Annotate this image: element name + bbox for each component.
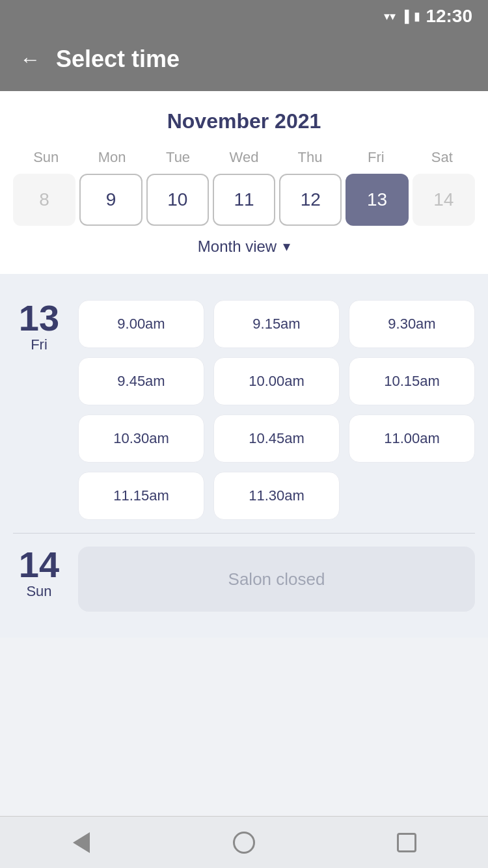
- chevron-down-icon: ▾: [283, 238, 290, 255]
- month-view-label: Month view: [198, 237, 277, 256]
- salon-closed-banner: Salon closed: [78, 547, 475, 612]
- header: ← Select time: [0, 33, 488, 91]
- recents-nav-icon: [397, 833, 416, 852]
- weekday-thu: Thu: [277, 149, 343, 166]
- weekday-mon: Mon: [79, 149, 144, 166]
- month-year-title: November 2021: [13, 109, 475, 133]
- time-slot-915[interactable]: 9.15am: [213, 300, 340, 348]
- day-block-14: 14 Sun Salon closed: [13, 534, 475, 625]
- day-label-13: 13 Fri: [13, 300, 65, 520]
- home-nav-button[interactable]: [224, 823, 264, 862]
- time-slot-1115[interactable]: 11.15am: [78, 472, 204, 520]
- recents-nav-button[interactable]: [387, 823, 426, 862]
- back-nav-button[interactable]: [62, 823, 101, 862]
- time-slot-945[interactable]: 9.45am: [78, 357, 204, 405]
- status-bar: ▾▾ ▐ ▮ 12:30: [0, 0, 488, 33]
- status-time: 12:30: [426, 6, 472, 27]
- weekday-sun: Sun: [13, 149, 79, 166]
- day-name-13: Fri: [31, 336, 47, 353]
- time-slot-1030[interactable]: 10.30am: [78, 414, 204, 463]
- calendar-section: November 2021 Sun Mon Tue Wed Thu Fri Sa…: [0, 91, 488, 274]
- time-slot-1000[interactable]: 10.00am: [213, 357, 340, 405]
- month-view-toggle[interactable]: Month view ▾: [13, 226, 475, 261]
- time-slot-1100[interactable]: 11.00am: [349, 414, 475, 463]
- time-slots-grid-13: 9.00am 9.15am 9.30am 9.45am 10.00am 10.1…: [78, 300, 475, 520]
- date-cell-14[interactable]: 14: [413, 174, 475, 226]
- date-row: 8 9 10 11 12 13 14: [13, 174, 475, 226]
- time-slots-section: 13 Fri 9.00am 9.15am 9.30am 9.45am 10.00…: [0, 274, 488, 638]
- time-slot-1015[interactable]: 10.15am: [349, 357, 475, 405]
- day-name-14: Sun: [26, 583, 51, 600]
- time-slot-1045[interactable]: 10.45am: [213, 414, 340, 463]
- back-button[interactable]: ←: [20, 49, 40, 70]
- date-cell-8[interactable]: 8: [13, 174, 75, 226]
- date-cell-12[interactable]: 12: [279, 174, 342, 226]
- back-nav-icon: [73, 832, 90, 853]
- battery-icon: ▮: [414, 9, 420, 23]
- date-cell-13[interactable]: 13: [346, 174, 408, 226]
- day-number-13: 13: [19, 300, 59, 336]
- weekday-tue: Tue: [145, 149, 211, 166]
- day-label-14: 14 Sun: [13, 547, 65, 612]
- bottom-nav: [0, 816, 488, 868]
- weekday-row: Sun Mon Tue Wed Thu Fri Sat: [13, 149, 475, 166]
- date-cell-11[interactable]: 11: [213, 174, 275, 226]
- day-block-13: 13 Fri 9.00am 9.15am 9.30am 9.45am 10.00…: [13, 287, 475, 533]
- weekday-wed: Wed: [211, 149, 277, 166]
- home-nav-icon: [233, 832, 255, 854]
- date-cell-10[interactable]: 10: [146, 174, 209, 226]
- weekday-fri: Fri: [343, 149, 409, 166]
- time-slot-900[interactable]: 9.00am: [78, 300, 204, 348]
- day-number-14: 14: [19, 547, 59, 583]
- time-slot-930[interactable]: 9.30am: [349, 300, 475, 348]
- time-slot-1130[interactable]: 11.30am: [213, 472, 340, 520]
- page-title: Select time: [56, 46, 180, 73]
- wifi-icon: ▾▾: [384, 9, 396, 23]
- date-cell-9[interactable]: 9: [79, 174, 142, 226]
- status-icons: ▾▾ ▐ ▮ 12:30: [384, 6, 472, 27]
- signal-icon: ▐: [401, 10, 409, 23]
- weekday-sat: Sat: [409, 149, 475, 166]
